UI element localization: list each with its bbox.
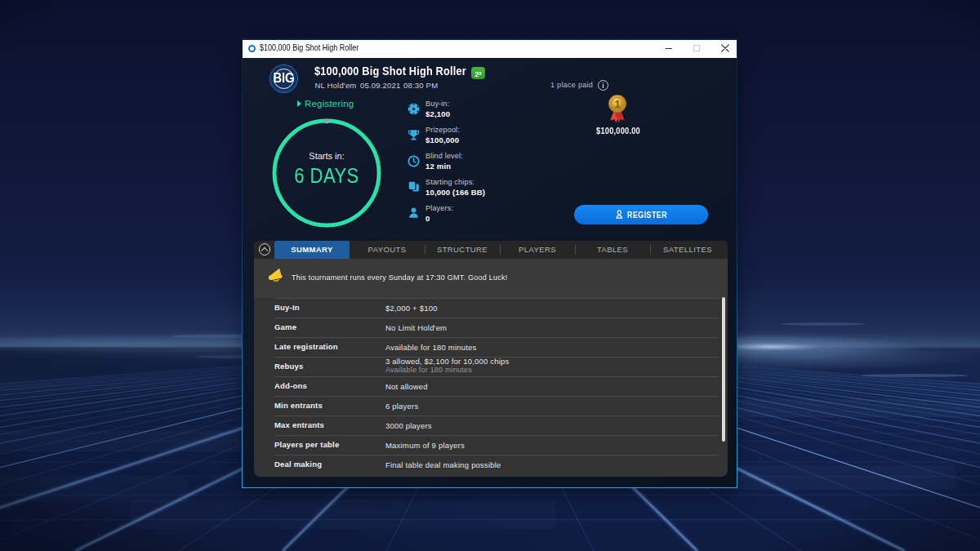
svg-text:1: 1 bbox=[614, 98, 621, 110]
